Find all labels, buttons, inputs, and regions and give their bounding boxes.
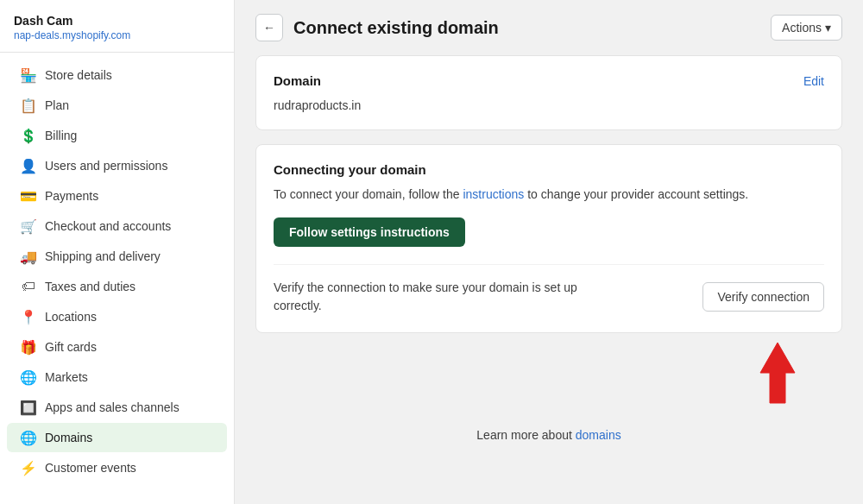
svg-marker-1 [760,343,795,403]
sidebar-item-apps-sales-channels[interactable]: 🔲Apps and sales channels [7,393,227,422]
checkout-accounts-icon: 🛒 [21,218,36,234]
actions-label: Actions [782,21,822,35]
store-name: Dash Cam [14,14,220,28]
users-permissions-label: Users and permissions [45,159,167,173]
apps-sales-channels-label: Apps and sales channels [45,400,180,414]
store-url[interactable]: nap-deals.myshopify.com [14,29,130,41]
shipping-delivery-icon: 🚚 [21,249,36,264]
sidebar-item-plan[interactable]: 📋Plan [7,91,227,120]
page-title: Connect existing domain [293,18,499,38]
arrow-annotation [255,338,842,407]
sidebar-item-gift-cards[interactable]: 🎁Gift cards [7,332,227,362]
sidebar-item-domains[interactable]: 🌐Domains [7,423,227,452]
sidebar-item-shipping-delivery[interactable]: 🚚Shipping and delivery [7,242,227,271]
domain-card-title: Domain [274,73,321,88]
shipping-delivery-label: Shipping and delivery [45,249,161,263]
domain-value: rudraproducts.in [274,98,824,112]
gift-cards-label: Gift cards [45,340,97,354]
header-left: ← Connect existing domain [255,14,499,41]
sidebar-item-users-permissions[interactable]: 👤Users and permissions [7,151,227,180]
plan-label: Plan [45,98,69,112]
learn-more-text: Learn more about [476,428,572,442]
sidebar-header: Dash Cam nap-deals.myshopify.com [0,0,234,53]
payments-icon: 💳 [21,188,36,204]
actions-chevron-icon: ▾ [825,21,831,35]
taxes-duties-label: Taxes and duties [45,280,135,293]
sidebar-item-markets[interactable]: 🌐Markets [7,362,227,392]
checkout-accounts-label: Checkout and accounts [45,219,171,233]
main-header: ← Connect existing domain Actions ▾ [235,0,863,55]
back-button[interactable]: ← [255,14,283,41]
connecting-description: To connect your domain, follow the instr… [274,186,824,204]
taxes-duties-icon: 🏷 [21,279,36,294]
sidebar-item-payments[interactable]: 💳Payments [7,181,227,211]
verify-row: Verify the connection to make sure your … [274,264,824,315]
domains-icon: 🌐 [21,430,36,445]
locations-label: Locations [45,310,97,324]
locations-icon: 📍 [21,309,36,324]
sidebar-item-store-details[interactable]: 🏪Store details [7,60,227,90]
domain-card-header: Domain Edit [274,73,824,88]
customer-events-label: Customer events [45,461,136,475]
sidebar-item-taxes-duties[interactable]: 🏷Taxes and duties [7,272,227,301]
gift-cards-icon: 🎁 [21,339,36,355]
markets-icon: 🌐 [21,369,36,385]
sidebar-item-billing[interactable]: 💲Billing [7,121,227,150]
store-details-label: Store details [45,68,112,82]
store-details-icon: 🏪 [21,67,36,83]
sidebar-nav: 🏪Store details📋Plan💲Billing👤Users and pe… [0,53,234,490]
learn-more: Learn more about domains [255,421,842,449]
customer-events-icon: ⚡ [21,460,36,476]
content-area: Domain Edit rudraproducts.in Connecting … [235,55,863,469]
markets-label: Markets [45,370,88,384]
red-arrow-icon [747,338,808,407]
domain-card: Domain Edit rudraproducts.in [255,55,842,130]
sidebar-item-checkout-accounts[interactable]: 🛒Checkout and accounts [7,211,227,241]
edit-link[interactable]: Edit [803,74,824,88]
domains-link[interactable]: domains [576,428,621,442]
billing-icon: 💲 [21,128,36,143]
verify-text: Verify the connection to make sure your … [274,279,619,315]
domains-label: Domains [45,431,92,444]
follow-settings-button[interactable]: Follow settings instructions [274,217,465,247]
instructions-link[interactable]: instructions [463,187,524,201]
connecting-card: Connecting your domain To connect your d… [255,144,842,333]
apps-sales-channels-icon: 🔲 [21,400,36,415]
connecting-title: Connecting your domain [274,162,824,177]
sidebar: Dash Cam nap-deals.myshopify.com 🏪Store … [0,0,235,504]
sidebar-item-locations[interactable]: 📍Locations [7,302,227,331]
users-permissions-icon: 👤 [21,158,36,173]
actions-button[interactable]: Actions ▾ [771,15,842,41]
verify-connection-button[interactable]: Verify connection [702,282,824,312]
payments-label: Payments [45,189,98,203]
sidebar-item-customer-events[interactable]: ⚡Customer events [7,453,227,482]
billing-label: Billing [45,129,77,142]
plan-icon: 📋 [21,98,36,113]
main-content: ← Connect existing domain Actions ▾ Doma… [235,0,863,504]
